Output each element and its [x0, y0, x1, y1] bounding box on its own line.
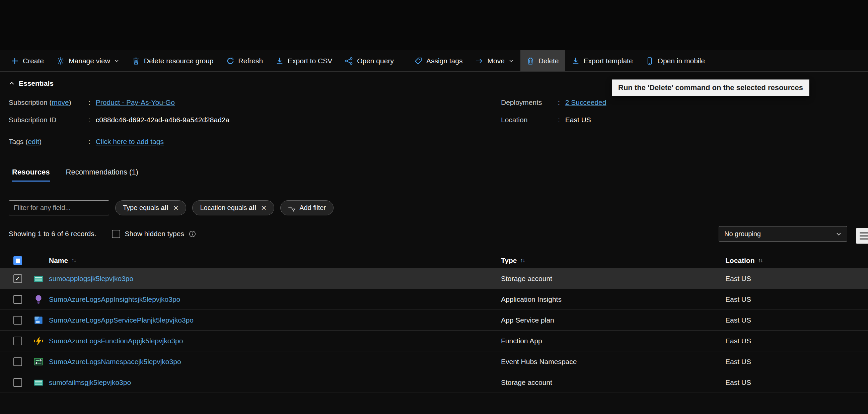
- event-hubs-icon: [33, 357, 49, 367]
- chevron-down-icon: [114, 58, 119, 63]
- plus-icon: [11, 57, 19, 65]
- gear-icon: [57, 57, 65, 65]
- delete-button[interactable]: Delete: [520, 50, 565, 71]
- tags-edit-link[interactable]: edit: [28, 138, 39, 145]
- add-filter-button[interactable]: Add filter: [280, 200, 334, 215]
- deployments-link[interactable]: 2 Succeeded: [565, 98, 607, 107]
- grouping-value: No grouping: [724, 230, 761, 238]
- delete-command-tooltip: Run the 'Delete' command on the selected…: [612, 79, 809, 96]
- delete-label: Delete: [538, 57, 559, 65]
- add-filter-icon: [288, 204, 296, 212]
- sort-icon: ↑↓: [758, 257, 763, 264]
- close-icon[interactable]: ✕: [261, 204, 267, 212]
- row-checkbox[interactable]: ✓: [13, 274, 22, 283]
- resource-location: East US: [725, 337, 868, 345]
- grouping-dropdown[interactable]: No grouping: [719, 226, 847, 241]
- add-tags-link[interactable]: Click here to add tags: [96, 138, 164, 146]
- table-row[interactable]: ✓ sumofailmsgjk5lepvjko3po Storage accou…: [0, 372, 868, 393]
- chevron-down-icon: [836, 231, 841, 237]
- create-label: Create: [23, 57, 44, 65]
- application-insights-icon: [33, 294, 49, 304]
- row-checkbox[interactable]: ✓: [13, 378, 22, 387]
- table-row[interactable]: ✓ SumoAzureLogsAppInsightsjk5lepvjko3po …: [0, 289, 868, 310]
- resource-name-link[interactable]: sumofailmsgjk5lepvjko3po: [49, 379, 131, 386]
- trash-icon: [526, 57, 534, 65]
- row-checkbox[interactable]: ✓: [13, 357, 22, 366]
- info-icon[interactable]: [189, 231, 196, 237]
- table-row[interactable]: ✓ SumoAzureLogsFunctionAppjk5lepvjko3po …: [0, 331, 868, 351]
- tab-recommendations[interactable]: Recommendations (1): [66, 168, 138, 181]
- resource-name-link[interactable]: sumoapplogsjk5lepvjko3po: [49, 275, 133, 283]
- resource-name-link[interactable]: SumoAzureLogsNamespacejk5lepvjko3po: [49, 358, 181, 365]
- mobile-icon: [646, 57, 654, 65]
- tag-icon: [414, 57, 422, 65]
- resource-name-link[interactable]: SumoAzureLogsAppInsightsjk5lepvjko3po: [49, 295, 180, 303]
- resource-type: Storage account: [501, 379, 725, 387]
- export-csv-button[interactable]: Export to CSV: [270, 50, 338, 71]
- resource-name-link[interactable]: SumoAzureLogsAppServicePlanjk5lepvjko3po: [49, 316, 193, 324]
- tab-bar: Resources Recommendations (1): [0, 168, 868, 181]
- table-row[interactable]: ✓ SumoAzureLogsAppServicePlanjk5lepvjko3…: [0, 310, 868, 331]
- resource-type: Event Hubs Namespace: [501, 358, 725, 366]
- trash-icon: [132, 57, 140, 65]
- location-filter-pill[interactable]: Location equals all ✕: [192, 200, 274, 215]
- subscription-row: Subscription (move) : Product - Pay-As-Y…: [9, 94, 501, 111]
- table-row[interactable]: ✓ sumoapplogsjk5lepvjko3po Storage accou…: [0, 268, 868, 289]
- close-icon[interactable]: ✕: [173, 204, 179, 212]
- app-service-plan-icon: [33, 315, 49, 325]
- open-in-mobile-button[interactable]: Open in mobile: [640, 50, 711, 71]
- top-spacer: [0, 0, 868, 50]
- resource-location: East US: [725, 295, 868, 303]
- storage-account-icon: [33, 378, 49, 388]
- create-button[interactable]: Create: [5, 50, 50, 71]
- sort-icon: ↑↓: [520, 257, 524, 264]
- assign-tags-button[interactable]: Assign tags: [408, 50, 469, 71]
- column-header-type[interactable]: Type↑↓: [501, 257, 725, 265]
- row-checkbox[interactable]: ✓: [13, 295, 22, 304]
- delete-resource-group-button[interactable]: Delete resource group: [126, 50, 220, 71]
- row-checkbox[interactable]: ✓: [13, 316, 22, 325]
- manage-view-button[interactable]: Manage view: [51, 50, 125, 71]
- assign-tags-label: Assign tags: [426, 57, 463, 65]
- location-row: Location : East US: [501, 111, 606, 129]
- show-hidden-types-label: Show hidden types: [125, 230, 184, 238]
- essentials-title: Essentials: [19, 79, 54, 87]
- download-icon: [276, 57, 284, 65]
- delete-resource-group-label: Delete resource group: [144, 57, 214, 65]
- resource-location: East US: [725, 379, 868, 387]
- select-all-checkbox[interactable]: [13, 256, 22, 265]
- table-header: Name↑↓ Type↑↓ Location↑↓: [0, 253, 868, 268]
- essentials-header[interactable]: Essentials: [9, 77, 54, 90]
- deployments-row: Deployments : 2 Succeeded: [501, 94, 606, 111]
- resource-location: East US: [725, 358, 868, 366]
- view-toggle-button[interactable]: [856, 228, 868, 244]
- export-template-button[interactable]: Export template: [566, 50, 639, 71]
- manage-view-label: Manage view: [69, 57, 110, 65]
- resource-location: East US: [725, 316, 868, 324]
- location-value: East US: [565, 116, 591, 124]
- resource-location: East US: [725, 275, 868, 283]
- command-bar: Create Manage view Delete resource group…: [0, 50, 868, 72]
- row-checkbox[interactable]: ✓: [13, 336, 22, 345]
- column-header-location[interactable]: Location↑↓: [725, 257, 868, 265]
- resource-type: Application Insights: [501, 295, 725, 303]
- resource-type: Function App: [501, 337, 725, 345]
- subscription-move-link[interactable]: move: [52, 98, 69, 106]
- refresh-button[interactable]: Refresh: [220, 50, 269, 71]
- tags-row: Tags (edit) : Click here to add tags: [9, 133, 501, 150]
- export-template-label: Export template: [584, 57, 633, 65]
- filter-input[interactable]: [9, 200, 109, 215]
- resource-name-link[interactable]: SumoAzureLogsFunctionAppjk5lepvjko3po: [49, 337, 183, 345]
- subscription-value-link[interactable]: Product - Pay-As-You-Go: [96, 98, 175, 107]
- resource-type: App Service plan: [501, 316, 725, 324]
- table-row[interactable]: ✓ SumoAzureLogsNamespacejk5lepvjko3po Ev…: [0, 351, 868, 372]
- refresh-icon: [226, 57, 235, 65]
- move-button[interactable]: Move: [469, 50, 519, 71]
- open-query-button[interactable]: Open query: [339, 50, 400, 71]
- show-hidden-types-checkbox[interactable]: ✓: [112, 230, 120, 238]
- type-filter-pill[interactable]: Type equals all ✕: [115, 200, 186, 215]
- tab-resources[interactable]: Resources: [12, 168, 50, 181]
- query-icon: [345, 57, 353, 65]
- resources-table: Name↑↓ Type↑↓ Location↑↓ ✓ sumoapplogsjk…: [0, 253, 868, 393]
- column-header-name[interactable]: Name↑↓: [49, 257, 501, 265]
